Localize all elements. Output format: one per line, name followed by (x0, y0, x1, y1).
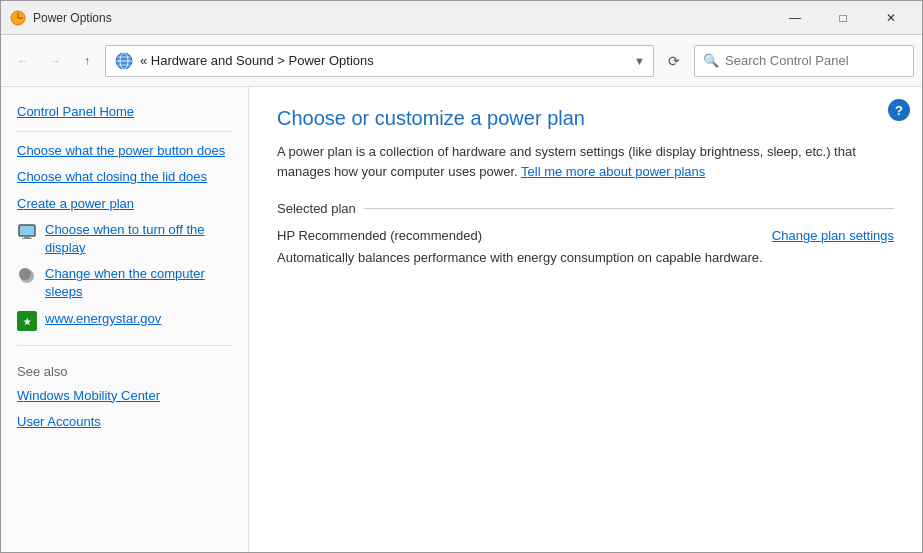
energystar-icon: ★ (17, 311, 37, 331)
selected-plan-header: Selected plan (277, 201, 894, 216)
sidebar-link-lid[interactable]: Choose what closing the lid does (1, 164, 248, 190)
sidebar: Control Panel Home Choose what the power… (1, 87, 249, 552)
address-dropdown-icon[interactable]: ▼ (634, 55, 645, 67)
sidebar-link-control-panel-home[interactable]: Control Panel Home (1, 99, 248, 125)
svg-point-11 (22, 273, 25, 276)
svg-rect-6 (19, 225, 35, 236)
monitor-icon (17, 222, 37, 242)
content-description: A power plan is a collection of hardware… (277, 142, 867, 181)
refresh-button[interactable]: ⟳ (658, 45, 690, 77)
sidebar-link-mobility-center[interactable]: Windows Mobility Center (1, 383, 248, 409)
window: Power Options — □ ✕ ← → ↑ « Hardware and… (0, 0, 923, 553)
see-also-label: See also (1, 352, 248, 383)
address-separator: > (277, 53, 288, 68)
search-box[interactable]: 🔍 (694, 45, 914, 77)
search-icon: 🔍 (703, 53, 719, 68)
address-bar: ← → ↑ « Hardware and Sound > Power Optio… (1, 35, 922, 87)
plan-description: Automatically balances performance with … (277, 249, 827, 267)
sidebar-icon-item-display[interactable]: Choose when to turn off the display (1, 217, 248, 261)
svg-rect-7 (24, 236, 30, 238)
sidebar-icon-item-sleep[interactable]: Change when the computer sleeps (1, 261, 248, 305)
selected-plan-separator (364, 208, 894, 209)
minimize-button[interactable]: — (772, 4, 818, 32)
forward-button[interactable]: → (41, 47, 69, 75)
address-part2: Power Options (289, 53, 374, 68)
sidebar-label-sleep: Change when the computer sleeps (45, 265, 232, 301)
sidebar-label-energystar: www.energystar.gov (45, 310, 161, 328)
address-part1: Hardware and Sound (151, 53, 274, 68)
svg-text:★: ★ (23, 317, 32, 327)
search-input[interactable] (725, 53, 905, 68)
window-icon (9, 9, 27, 27)
svg-point-10 (19, 268, 31, 280)
sidebar-link-create-plan[interactable]: Create a power plan (1, 191, 248, 217)
title-bar: Power Options — □ ✕ (1, 1, 922, 35)
address-field[interactable]: « Hardware and Sound > Power Options ▼ (105, 45, 654, 77)
learn-more-link[interactable]: Tell me more about power plans (521, 164, 705, 179)
plan-name: HP Recommended (recommended) (277, 228, 482, 243)
content-title: Choose or customize a power plan (277, 107, 894, 130)
maximize-button[interactable]: □ (820, 4, 866, 32)
moon-icon (17, 266, 37, 286)
globe-icon (114, 51, 134, 71)
window-title: Power Options (33, 11, 772, 25)
sidebar-divider-2 (17, 345, 232, 346)
selected-plan-label: Selected plan (277, 201, 356, 216)
sidebar-link-power-button[interactable]: Choose what the power button does (1, 138, 248, 164)
content-area: ? Choose or customize a power plan A pow… (249, 87, 922, 552)
help-button[interactable]: ? (888, 99, 910, 121)
address-path: « Hardware and Sound > Power Options (140, 53, 628, 68)
sidebar-divider-1 (17, 131, 232, 132)
plan-row: HP Recommended (recommended) Change plan… (277, 228, 894, 243)
sidebar-icon-item-energystar[interactable]: ★ www.energystar.gov (1, 306, 248, 335)
main-content: Control Panel Home Choose what the power… (1, 87, 922, 552)
svg-rect-8 (22, 238, 32, 239)
address-prefix: « (140, 53, 151, 68)
window-controls: — □ ✕ (772, 4, 914, 32)
selected-plan-section: Selected plan HP Recommended (recommende… (277, 201, 894, 267)
change-plan-settings-link[interactable]: Change plan settings (772, 228, 894, 243)
back-button[interactable]: ← (9, 47, 37, 75)
up-button[interactable]: ↑ (73, 47, 101, 75)
sidebar-label-display: Choose when to turn off the display (45, 221, 232, 257)
sidebar-link-user-accounts[interactable]: User Accounts (1, 409, 248, 435)
close-button[interactable]: ✕ (868, 4, 914, 32)
